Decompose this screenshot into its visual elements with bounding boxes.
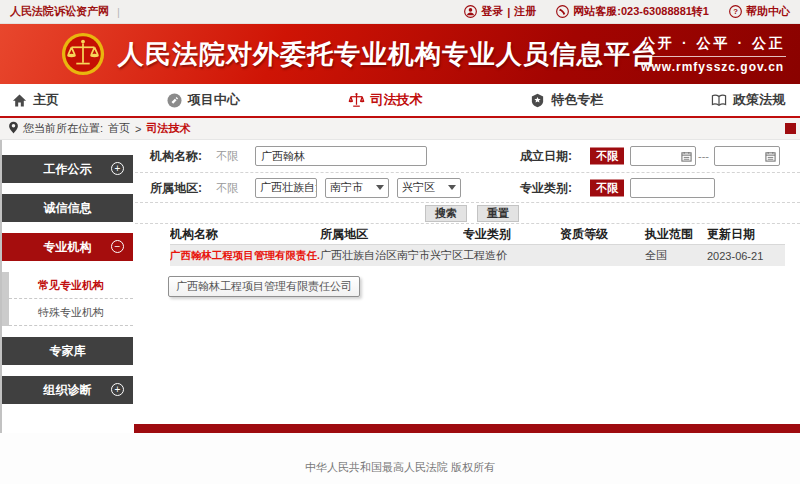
help-group: ? 帮助中心: [729, 4, 790, 19]
login-register-divider: |: [507, 6, 510, 18]
sidebar-item-expert-library[interactable]: 专家库: [2, 337, 133, 365]
sidebar-submenu: 常见专业机构 特殊专业机构: [2, 272, 133, 326]
corner-accent-square: [785, 123, 796, 134]
breadcrumb-separator: >: [135, 123, 141, 135]
col-header-org-name: 机构名称: [170, 226, 320, 243]
chevron-down-icon: [376, 185, 384, 190]
category-label: 专业类别:: [520, 179, 572, 196]
nav-item-project-center[interactable]: 项目中心: [167, 91, 240, 109]
search-panel: 机构名称: 不限 成立日期: 不限 --- 所属地区: 不限 广西壮族自治: [135, 140, 800, 424]
plus-circle-icon: +: [111, 162, 124, 175]
top-utility-bar: 人民法院诉讼资产网 | 登录 | 注册 网站客服:023-63088881转1 …: [0, 0, 800, 24]
breadcrumb-current: 司法技术: [147, 121, 191, 136]
footer: 中华人民共和国最高人民法院 版权所有: [0, 433, 800, 484]
nav-item-judicial-tech[interactable]: 司法技术: [348, 91, 423, 109]
date-start-input[interactable]: [630, 146, 696, 166]
register-link[interactable]: 注册: [514, 4, 536, 19]
login-link[interactable]: 登录: [481, 4, 503, 19]
nav-item-label: 司法技术: [371, 91, 423, 109]
province-select-value: 广西壮族自治: [260, 180, 317, 195]
sidebar: 工作公示 + 诚信信息 专业机构 − 常见专业机构 特殊专业机构 专家库: [2, 155, 133, 415]
sidebar-item-professional-orgs[interactable]: 专业机构 −: [2, 233, 133, 261]
date-range-separator: ---: [698, 150, 709, 162]
book-icon: [711, 93, 727, 108]
city-select-value: 南宁市: [330, 180, 363, 195]
col-header-region: 所属地区: [320, 226, 463, 243]
minus-circle-icon: −: [111, 240, 124, 253]
hotline-text: 网站客服:023-63088881转1: [573, 4, 709, 19]
filter-row-region-category: 所属地区: 不限 广西壮族自治 南宁市 兴宁区 专业类别: 不限: [135, 173, 800, 203]
hotline-group: 网站客服:023-63088881转1: [556, 4, 709, 19]
table-row[interactable]: 广西翰林工程项目管理有限责任... 广西壮族自治区南宁市兴宁区 工程造价 全国 …: [170, 245, 785, 266]
copyright-text: 中华人民共和国最高人民法院 版权所有: [305, 460, 495, 484]
province-select[interactable]: 广西壮族自治: [255, 178, 317, 198]
platform-title: 人民法院对外委托专业机构专业人员信息平台: [117, 37, 658, 72]
sidebar-item-work-publicity[interactable]: 工作公示 +: [2, 155, 133, 183]
breadcrumb: 您当前所在位置: 首页 > 司法技术: [0, 118, 800, 140]
calendar-icon: [681, 151, 692, 162]
calendar-icon: [765, 151, 776, 162]
breadcrumb-prefix: 您当前所在位置:: [23, 121, 103, 136]
org-detail-link[interactable]: 广西翰林工程项目管理有限责任...: [170, 249, 320, 261]
badge-icon: [530, 93, 545, 108]
help-icon: ?: [729, 5, 742, 18]
project-icon: [167, 93, 182, 108]
nav-item-featured[interactable]: 特色专栏: [530, 91, 603, 109]
sidebar-item-integrity-info[interactable]: 诚信信息: [2, 194, 133, 222]
plus-circle-icon: +: [111, 383, 124, 396]
org-name-unlimited-option[interactable]: 不限: [216, 149, 238, 164]
submenu-item-common-orgs[interactable]: 常见专业机构: [9, 272, 133, 299]
topbar-divider: |: [117, 6, 120, 18]
svg-text:?: ?: [733, 7, 738, 16]
user-icon: [464, 5, 477, 18]
establish-date-label: 成立日期:: [520, 148, 572, 165]
panel-bottom-red-bar: [134, 424, 800, 433]
district-select-value: 兴宁区: [402, 180, 435, 195]
category-unlimited-button[interactable]: 不限: [590, 179, 624, 196]
action-buttons-row: 搜索 重置: [135, 203, 800, 224]
slogan-box: 公开 · 公平 · 公正 www.rmfysszc.gov.cn: [641, 35, 786, 74]
page: 人民法院诉讼资产网 | 登录 | 注册 网站客服:023-63088881转1 …: [0, 0, 800, 484]
filter-row-name-date: 机构名称: 不限 成立日期: 不限 ---: [135, 140, 800, 173]
col-header-updated: 更新日期: [707, 226, 785, 243]
cell-region: 广西壮族自治区南宁市兴宁区: [320, 248, 463, 263]
district-select[interactable]: 兴宁区: [397, 178, 461, 198]
nav-item-label: 项目中心: [188, 91, 240, 109]
website-url: www.rmfysszc.gov.cn: [641, 60, 786, 74]
org-name-input[interactable]: [255, 146, 427, 166]
login-group: 登录 | 注册: [464, 4, 536, 19]
court-emblem-logo: [60, 31, 106, 77]
portal-site-link[interactable]: 人民法院诉讼资产网: [10, 4, 109, 19]
sidebar-item-label: 工作公示: [44, 161, 92, 178]
col-header-grade: 资质等级: [560, 226, 633, 243]
nav-item-home[interactable]: 主页: [12, 91, 59, 109]
submenu-item-special-orgs[interactable]: 特殊专业机构: [9, 299, 133, 326]
sidebar-item-label: 专业机构: [44, 239, 92, 256]
main-nav: 主页 项目中心 司法技术 特色专栏 政策法规: [0, 84, 800, 118]
org-name-label: 机构名称:: [150, 148, 202, 165]
submenu-item-label: 常见专业机构: [38, 278, 104, 293]
slogan-text: 公开 · 公平 · 公正: [641, 35, 786, 57]
reset-button[interactable]: 重置: [477, 205, 519, 222]
scales-icon: [348, 92, 365, 109]
search-button[interactable]: 搜索: [425, 205, 467, 222]
nav-item-policies[interactable]: 政策法规: [711, 91, 785, 109]
cell-updated: 2023-06-21: [707, 250, 785, 262]
results-table: 机构名称 所属地区 专业类别 资质等级 执业范围 更新日期 广西翰林工程项目管理…: [170, 225, 785, 266]
category-input[interactable]: [630, 178, 715, 198]
location-pin-icon: [8, 121, 19, 136]
cell-scope: 全国: [633, 248, 707, 263]
home-icon: [12, 93, 27, 108]
date-end-input[interactable]: [714, 146, 780, 166]
col-header-category: 专业类别: [463, 226, 560, 243]
cell-category: 工程造价: [463, 248, 560, 263]
help-center-link[interactable]: 帮助中心: [746, 4, 790, 19]
breadcrumb-home-link[interactable]: 首页: [108, 121, 130, 136]
region-unlimited-option[interactable]: 不限: [216, 180, 238, 195]
submenu-item-label: 特殊专业机构: [38, 305, 104, 320]
chevron-down-icon: [448, 185, 456, 190]
sidebar-item-org-diagnosis[interactable]: 组织诊断 +: [2, 376, 133, 404]
establish-date-unlimited-button[interactable]: 不限: [590, 148, 624, 165]
city-select[interactable]: 南宁市: [325, 178, 389, 198]
window-left-edge-line: [0, 140, 2, 470]
